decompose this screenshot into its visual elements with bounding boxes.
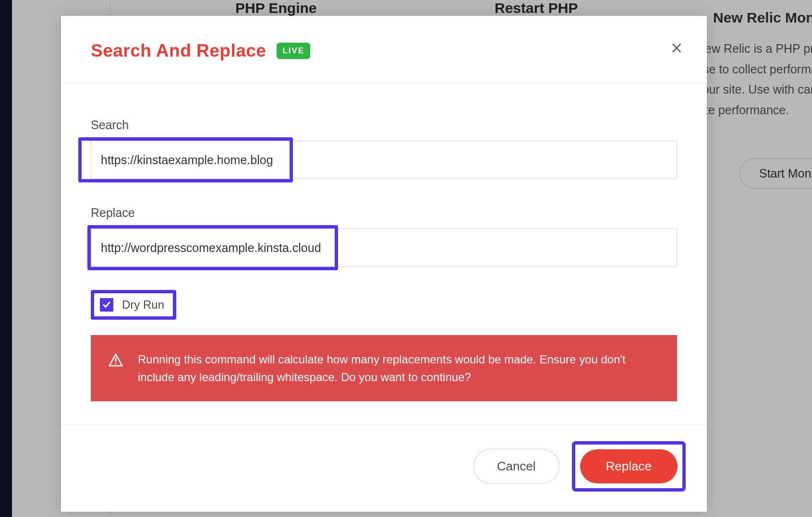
dryrun-checkbox-group[interactable]: Dry Run	[91, 290, 176, 320]
modal-footer: Cancel Replace	[61, 424, 707, 512]
replace-button[interactable]: Replace	[580, 449, 678, 483]
warning-text: Running this command will calculate how …	[138, 350, 660, 386]
dryrun-checkbox[interactable]	[100, 298, 113, 312]
warning-alert: Running this command will calculate how …	[91, 335, 677, 401]
close-icon[interactable]	[670, 42, 683, 57]
live-badge: LIVE	[277, 43, 310, 59]
modal-title: Search And Replace	[91, 41, 266, 61]
search-label: Search	[91, 118, 677, 132]
replace-input[interactable]	[91, 228, 677, 267]
search-field-group: Search	[91, 118, 677, 179]
svg-point-3	[115, 363, 117, 364]
modal-body: Search Replace Dry Run	[61, 84, 707, 424]
search-replace-modal: Search And Replace LIVE Search Replace	[61, 16, 707, 512]
cancel-button[interactable]: Cancel	[473, 449, 559, 484]
annotation-box: Replace	[572, 441, 686, 492]
replace-field-group: Replace	[91, 206, 677, 267]
search-input[interactable]	[91, 141, 677, 179]
warning-icon	[108, 352, 123, 370]
dryrun-label: Dry Run	[122, 298, 164, 312]
modal-header: Search And Replace LIVE	[61, 16, 707, 84]
replace-label: Replace	[91, 206, 677, 220]
